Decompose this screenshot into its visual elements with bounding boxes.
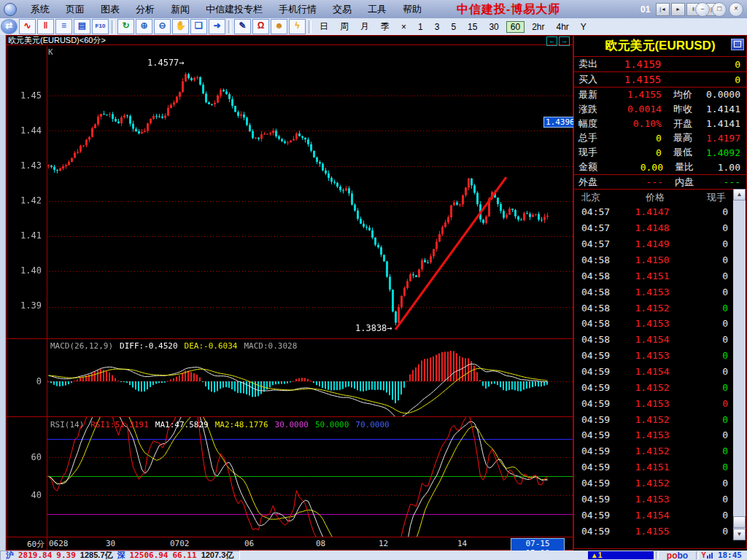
nav-back-icon[interactable]: ⇄	[1, 19, 18, 34]
macd-dea-value: DEA:-0.6034	[185, 341, 238, 351]
tick-qty: 0	[681, 526, 735, 537]
period-button-3[interactable]: 3	[430, 21, 444, 33]
period-button-×[interactable]: ×	[397, 21, 411, 33]
tick-row[interactable]: 04:591.41550	[574, 523, 735, 539]
export-icon[interactable]: ➜	[209, 19, 225, 34]
tick-row[interactable]: 04:591.41530	[574, 491, 735, 507]
window-switch-icon[interactable]: ❏	[190, 19, 207, 34]
period-button-30[interactable]: 30	[484, 21, 503, 33]
pobo-logo: pobo	[667, 551, 688, 560]
menu-item[interactable]: 新闻	[163, 3, 198, 16]
refresh-icon[interactable]: ↻	[117, 19, 134, 34]
period-button-周[interactable]: 周	[336, 20, 353, 34]
f10-info-icon[interactable]: F10	[92, 19, 109, 34]
tick-row[interactable]: 04:591.41510	[574, 459, 735, 475]
menu-item[interactable]: 图表	[93, 3, 128, 16]
tick-list[interactable]: 04:571.4147004:571.4148004:571.4149004:5…	[574, 204, 735, 539]
tick-price: 1.4152	[624, 414, 681, 425]
bid-price: 1.4155	[614, 74, 672, 85]
playback-button[interactable]: |◄	[656, 3, 670, 16]
scroll-up-icon[interactable]: ▲	[733, 189, 746, 201]
period-button-日[interactable]: 日	[315, 20, 333, 34]
tick-row[interactable]: 04:581.41540	[574, 332, 735, 348]
period-button-季[interactable]: 季	[376, 20, 394, 34]
menu-item[interactable]: 交易	[325, 3, 360, 16]
menu-item[interactable]: 中信建投专栏	[198, 3, 271, 16]
period-button-4hr[interactable]: 4hr	[552, 21, 573, 33]
period-button-月[interactable]: 月	[356, 20, 374, 34]
drag-hand-icon[interactable]: ✋	[172, 19, 189, 34]
zoom-out-icon[interactable]: ⊖	[154, 19, 171, 34]
zoom-in-icon[interactable]: ⊕	[136, 19, 152, 34]
menu-item[interactable]: 页面	[58, 3, 93, 16]
quote-stat-label: 金额	[574, 160, 611, 174]
quote-stat-row: 金额0.00量比1.00	[574, 160, 746, 174]
page-view-icon[interactable]: ▤	[74, 19, 90, 34]
menu-item[interactable]: 手机行情	[271, 3, 325, 16]
draw-pen-icon[interactable]: ✎	[234, 19, 251, 34]
tick-row[interactable]: 04:591.41530	[574, 427, 735, 443]
quote-stat-value: 1.4197	[706, 133, 746, 144]
tick-row[interactable]: 04:581.41510	[574, 268, 735, 284]
period-button-15[interactable]: 15	[463, 21, 481, 33]
tick-row[interactable]: 04:591.41520	[574, 379, 735, 395]
tick-row[interactable]: 04:581.41500	[574, 252, 735, 268]
restore-button[interactable]: □	[712, 2, 727, 17]
quote-stat-label: 总手	[574, 131, 610, 144]
price-axis-label: 1.43	[7, 160, 42, 171]
tick-row[interactable]: 04:591.41530	[574, 348, 735, 364]
menu-item[interactable]: 帮助	[395, 3, 430, 16]
page-indicator: 01	[640, 4, 650, 15]
tick-row[interactable]: 04:591.41540	[574, 507, 735, 523]
quote-stat-value: 0	[610, 133, 662, 144]
tick-row[interactable]: 04:581.41530	[574, 316, 735, 332]
flash-icon[interactable]: ϟ	[289, 19, 306, 34]
tick-qty: 0	[681, 271, 735, 281]
period-button-2hr[interactable]: 2hr	[527, 21, 549, 33]
tick-row[interactable]: 04:571.41490	[574, 236, 735, 252]
tick-row[interactable]: 04:591.41520	[574, 411, 735, 427]
tick-row[interactable]: 04:591.41540	[574, 364, 735, 380]
quote-stat-value: 0	[610, 147, 662, 158]
period-label: 60分	[27, 539, 44, 550]
period-button-60[interactable]: 60	[506, 21, 525, 33]
tick-row[interactable]: 04:571.41480	[574, 220, 735, 236]
playback-button[interactable]: ►	[671, 3, 685, 16]
menu-item[interactable]: 分析	[128, 3, 163, 16]
period-button-5[interactable]: 5	[446, 21, 460, 33]
minimize-button[interactable]: －	[695, 2, 710, 17]
menu-item[interactable]: 系统	[23, 3, 58, 16]
tick-row[interactable]: 04:591.41520	[574, 443, 735, 459]
rsi-level-70: 70.0000	[355, 420, 389, 429]
period-button-Y[interactable]: Y	[576, 21, 591, 33]
tick-row[interactable]: 04:581.41530	[574, 284, 735, 300]
panel-maximize-icon[interactable]	[731, 39, 744, 50]
tick-row[interactable]: 04:591.41530	[574, 395, 735, 411]
period-button-1[interactable]: 1	[414, 21, 427, 33]
chart-region: 欧元美元(EURUSD)<60分> ←→ 1.451.441.431.421.4…	[6, 35, 573, 551]
tick-scrollbar[interactable]: ▲ ▼	[733, 189, 746, 540]
tick-qty: 0	[681, 350, 735, 361]
scroll-right-icon[interactable]: →	[559, 36, 570, 46]
scroll-left-icon[interactable]: ←	[546, 36, 557, 46]
tick-price: 1.4151	[624, 462, 681, 472]
menu-item[interactable]: 工具	[360, 3, 395, 16]
tick-row[interactable]: 04:571.41470	[574, 204, 735, 220]
close-button[interactable]: ×	[729, 2, 743, 17]
scrollbar-thumb[interactable]	[733, 516, 746, 528]
time-tick-label: 12	[379, 539, 388, 548]
candlestick-chart-canvas[interactable]	[7, 46, 573, 537]
scroll-down-icon[interactable]: ▼	[733, 529, 746, 540]
line-chart-icon[interactable]: ∿	[19, 19, 36, 34]
tick-time: 04:58	[574, 254, 624, 265]
left-splitter[interactable]	[0, 35, 6, 551]
kline-icon[interactable]: ‖	[37, 19, 54, 34]
alarm-bell-icon[interactable]: Ω	[252, 19, 269, 34]
toolbar-separator	[112, 20, 115, 34]
tick-row[interactable]: 04:581.41520	[574, 300, 735, 316]
quote-stat-label: 最高	[662, 131, 706, 144]
users-icon[interactable]: ☻	[271, 19, 287, 34]
tick-qty: 0	[681, 462, 735, 472]
quote-list-icon[interactable]: ≡	[55, 19, 72, 34]
tick-row[interactable]: 04:591.41520	[574, 475, 735, 491]
